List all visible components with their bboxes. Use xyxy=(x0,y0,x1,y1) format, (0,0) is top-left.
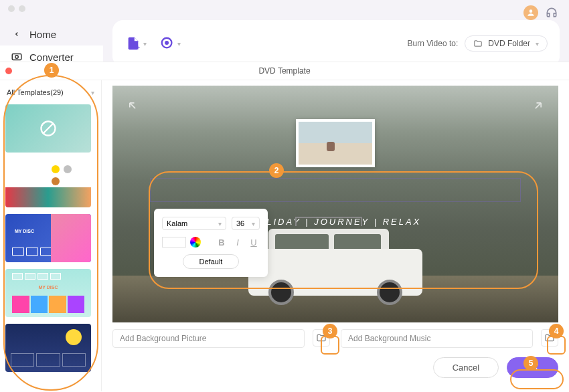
chevron-left-icon xyxy=(11,28,23,40)
bg-picture-input[interactable]: Add Background Picture xyxy=(112,329,305,348)
font-size-value: 36 xyxy=(236,219,244,227)
preview-area: HOLIDAY | JOURNEY | RELAX xyxy=(102,80,569,391)
inset-photo xyxy=(296,119,375,167)
close-dot[interactable] xyxy=(8,5,15,12)
template-list: MY DISC MY DISC xyxy=(5,104,96,372)
step-badge-5: 5 xyxy=(523,356,538,371)
svg-point-2 xyxy=(15,56,19,59)
svg-point-5 xyxy=(165,41,168,44)
dvd-template-modal: DVD Template All Templates(29) ▾ xyxy=(0,62,569,392)
burn-label: Burn Video to: xyxy=(407,39,458,48)
step-badge-1: 1 xyxy=(44,63,59,78)
svg-line-7 xyxy=(44,124,53,133)
template-thumb[interactable] xyxy=(5,159,91,207)
chevron-down-icon[interactable]: ▾ xyxy=(177,40,181,47)
main-toolbar: + ▾ ▾ Burn Video to: DVD Folder ▾ xyxy=(112,20,560,67)
folder-icon xyxy=(473,39,483,48)
template-sidebar: All Templates(29) ▾ MY DISC xyxy=(0,80,102,391)
nav-home[interactable]: Home xyxy=(0,23,103,45)
chevron-down-icon: ▾ xyxy=(252,220,255,227)
step-badge-3: 3 xyxy=(323,324,337,338)
color-picker-icon[interactable] xyxy=(190,237,201,248)
font-family-select[interactable]: Kalam ▾ xyxy=(162,217,226,230)
modal-header: DVD Template xyxy=(0,62,569,80)
modal-title: DVD Template xyxy=(258,66,310,76)
svg-rect-1 xyxy=(12,54,21,60)
template-filter-select[interactable]: All Templates(29) ▾ xyxy=(5,86,96,99)
underline-button[interactable]: U xyxy=(248,237,260,248)
template-thumb[interactable] xyxy=(5,324,91,372)
dvd-option-label: DVD Folder xyxy=(488,39,530,48)
car-graphic xyxy=(248,222,422,296)
none-icon xyxy=(39,119,58,138)
minimize-dot[interactable] xyxy=(19,5,25,12)
cancel-button[interactable]: Cancel xyxy=(433,357,499,378)
arrow-up-right-icon xyxy=(532,99,545,112)
svg-text:+: + xyxy=(136,43,140,51)
bg-music-input[interactable]: Add Background Music xyxy=(341,329,533,348)
template-thumb[interactable]: MY DISC xyxy=(5,214,91,262)
template-filter-label: All Templates(29) xyxy=(7,88,64,96)
font-size-select[interactable]: 36 ▾ xyxy=(232,217,260,230)
default-button[interactable]: Default xyxy=(183,254,240,269)
svg-point-0 xyxy=(530,9,533,13)
template-preview: HOLIDAY | JOURNEY | RELAX xyxy=(112,86,558,322)
chevron-down-icon[interactable]: ▾ xyxy=(143,40,147,47)
title-text-field[interactable] xyxy=(150,178,521,202)
add-disc-icon[interactable] xyxy=(159,35,176,52)
template-thumb[interactable]: MY DISC xyxy=(5,269,91,317)
chevron-down-icon: ▾ xyxy=(91,89,94,96)
support-icon[interactable] xyxy=(545,6,558,19)
text-editor-popup: Kalam ▾ 36 ▾ B I U xyxy=(154,209,268,277)
color-swatch[interactable] xyxy=(162,237,186,248)
template-thumb[interactable] xyxy=(5,104,91,153)
add-file-icon[interactable]: + xyxy=(125,35,142,52)
dvd-output-select[interactable]: DVD Folder ▾ xyxy=(465,35,548,52)
bg-picture-placeholder: Add Background Picture xyxy=(120,334,206,343)
close-icon[interactable] xyxy=(5,68,12,74)
nav-home-label: Home xyxy=(29,29,56,40)
font-family-value: Kalam xyxy=(167,219,187,227)
step-badge-4: 4 xyxy=(549,324,564,338)
window-traffic-lights xyxy=(0,0,569,17)
avatar[interactable] xyxy=(523,5,538,20)
italic-button[interactable]: I xyxy=(232,237,244,248)
bg-music-placeholder: Add Background Music xyxy=(348,334,430,343)
step-badge-2: 2 xyxy=(269,163,284,178)
chevron-down-icon: ▾ xyxy=(536,40,539,47)
bold-button[interactable]: B xyxy=(216,237,228,248)
nav-converter-label: Converter xyxy=(29,52,74,63)
chevron-down-icon: ▾ xyxy=(218,220,222,227)
arrow-up-left-icon xyxy=(126,99,139,112)
